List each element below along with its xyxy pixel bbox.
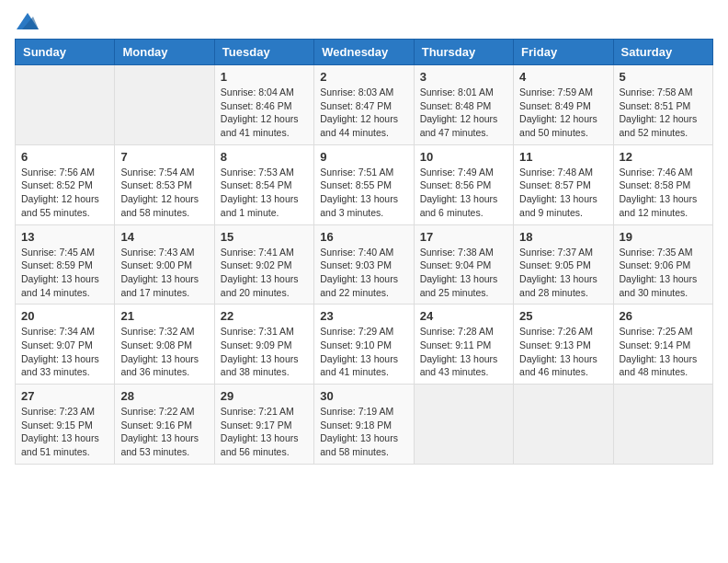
calendar-cell xyxy=(613,385,712,465)
day-info: Sunrise: 7:48 AMSunset: 8:57 PMDaylight:… xyxy=(519,166,607,220)
day-info: Sunrise: 7:49 AMSunset: 8:56 PMDaylight:… xyxy=(420,166,507,220)
day-number: 29 xyxy=(221,389,308,403)
calendar-cell: 22Sunrise: 7:31 AMSunset: 9:09 PMDayligh… xyxy=(214,304,313,385)
day-info: Sunrise: 7:28 AMSunset: 9:11 PMDaylight:… xyxy=(420,325,507,379)
calendar-cell: 5Sunrise: 7:58 AMSunset: 8:51 PMDaylight… xyxy=(613,65,712,145)
calendar-cell: 16Sunrise: 7:40 AMSunset: 9:03 PMDayligh… xyxy=(314,224,414,304)
calendar-cell: 18Sunrise: 7:37 AMSunset: 9:05 PMDayligh… xyxy=(514,224,613,304)
day-info: Sunrise: 7:46 AMSunset: 8:58 PMDaylight:… xyxy=(620,166,707,220)
calendar-cell: 7Sunrise: 7:54 AMSunset: 8:53 PMDaylight… xyxy=(115,144,214,224)
calendar-cell: 12Sunrise: 7:46 AMSunset: 8:58 PMDayligh… xyxy=(613,144,712,224)
day-info: Sunrise: 7:37 AMSunset: 9:05 PMDaylight:… xyxy=(519,246,607,300)
day-number: 4 xyxy=(519,70,607,84)
day-info: Sunrise: 7:51 AMSunset: 8:55 PMDaylight:… xyxy=(320,166,407,220)
day-info: Sunrise: 7:45 AMSunset: 8:59 PMDaylight:… xyxy=(21,246,108,300)
calendar-cell xyxy=(414,385,513,465)
day-number: 22 xyxy=(221,309,308,323)
day-number: 7 xyxy=(120,150,208,164)
calendar-cell: 11Sunrise: 7:48 AMSunset: 8:57 PMDayligh… xyxy=(514,144,613,224)
day-number: 1 xyxy=(221,70,308,84)
calendar-cell: 14Sunrise: 7:43 AMSunset: 9:00 PMDayligh… xyxy=(115,224,214,304)
calendar-cell: 28Sunrise: 7:22 AMSunset: 9:16 PMDayligh… xyxy=(115,385,214,465)
day-number: 3 xyxy=(420,70,507,84)
day-info: Sunrise: 7:26 AMSunset: 9:13 PMDaylight:… xyxy=(519,325,607,379)
day-number: 19 xyxy=(620,230,707,244)
calendar-cell: 23Sunrise: 7:29 AMSunset: 9:10 PMDayligh… xyxy=(314,304,414,385)
weekday-header-row: SundayMondayTuesdayWednesdayThursdayFrid… xyxy=(16,40,713,65)
day-info: Sunrise: 7:35 AMSunset: 9:06 PMDaylight:… xyxy=(620,246,707,300)
day-number: 5 xyxy=(620,70,707,84)
day-number: 26 xyxy=(620,309,707,323)
day-info: Sunrise: 7:40 AMSunset: 9:03 PMDaylight:… xyxy=(320,246,407,300)
day-number: 23 xyxy=(320,309,407,323)
weekday-header: Wednesday xyxy=(314,40,414,65)
calendar-cell xyxy=(115,65,214,145)
calendar-cell: 13Sunrise: 7:45 AMSunset: 8:59 PMDayligh… xyxy=(16,224,115,304)
day-number: 20 xyxy=(21,309,108,323)
calendar-cell: 10Sunrise: 7:49 AMSunset: 8:56 PMDayligh… xyxy=(414,144,513,224)
day-number: 16 xyxy=(320,230,407,244)
day-number: 24 xyxy=(420,309,507,323)
day-number: 28 xyxy=(120,389,208,403)
weekday-header: Monday xyxy=(115,40,214,65)
calendar-cell xyxy=(514,385,613,465)
calendar-cell: 30Sunrise: 7:19 AMSunset: 9:18 PMDayligh… xyxy=(314,385,414,465)
calendar-cell: 25Sunrise: 7:26 AMSunset: 9:13 PMDayligh… xyxy=(514,304,613,385)
day-info: Sunrise: 7:19 AMSunset: 9:18 PMDaylight:… xyxy=(320,405,407,459)
calendar-cell: 19Sunrise: 7:35 AMSunset: 9:06 PMDayligh… xyxy=(613,224,712,304)
calendar-body: 1Sunrise: 8:04 AMSunset: 8:46 PMDaylight… xyxy=(16,65,713,465)
calendar-week-row: 20Sunrise: 7:34 AMSunset: 9:07 PMDayligh… xyxy=(16,304,713,385)
calendar-cell: 26Sunrise: 7:25 AMSunset: 9:14 PMDayligh… xyxy=(613,304,712,385)
calendar-cell: 6Sunrise: 7:56 AMSunset: 8:52 PMDaylight… xyxy=(16,144,115,224)
calendar-cell: 21Sunrise: 7:32 AMSunset: 9:08 PMDayligh… xyxy=(115,304,214,385)
calendar-week-row: 27Sunrise: 7:23 AMSunset: 9:15 PMDayligh… xyxy=(16,385,713,465)
day-info: Sunrise: 7:43 AMSunset: 9:00 PMDaylight:… xyxy=(120,246,208,300)
day-info: Sunrise: 7:32 AMSunset: 9:08 PMDaylight:… xyxy=(120,325,208,379)
calendar-week-row: 1Sunrise: 8:04 AMSunset: 8:46 PMDaylight… xyxy=(16,65,713,145)
day-info: Sunrise: 7:41 AMSunset: 9:02 PMDaylight:… xyxy=(221,246,308,300)
day-number: 27 xyxy=(21,389,108,403)
day-info: Sunrise: 7:59 AMSunset: 8:49 PMDaylight:… xyxy=(519,86,607,140)
day-info: Sunrise: 7:53 AMSunset: 8:54 PMDaylight:… xyxy=(221,166,308,220)
day-number: 17 xyxy=(420,230,507,244)
day-number: 30 xyxy=(320,389,407,403)
day-info: Sunrise: 8:03 AMSunset: 8:47 PMDaylight:… xyxy=(320,86,407,140)
calendar-cell: 17Sunrise: 7:38 AMSunset: 9:04 PMDayligh… xyxy=(414,224,513,304)
day-number: 21 xyxy=(120,309,208,323)
day-info: Sunrise: 7:23 AMSunset: 9:15 PMDaylight:… xyxy=(21,405,108,459)
day-number: 10 xyxy=(420,150,507,164)
day-info: Sunrise: 7:56 AMSunset: 8:52 PMDaylight:… xyxy=(21,166,108,220)
calendar-cell: 29Sunrise: 7:21 AMSunset: 9:17 PMDayligh… xyxy=(214,385,313,465)
day-number: 12 xyxy=(620,150,707,164)
calendar-cell: 4Sunrise: 7:59 AMSunset: 8:49 PMDaylight… xyxy=(514,65,613,145)
day-info: Sunrise: 7:29 AMSunset: 9:10 PMDaylight:… xyxy=(320,325,407,379)
day-number: 6 xyxy=(21,150,108,164)
weekday-header: Sunday xyxy=(16,40,115,65)
day-number: 15 xyxy=(221,230,308,244)
weekday-header: Friday xyxy=(514,40,613,65)
day-info: Sunrise: 7:38 AMSunset: 9:04 PMDaylight:… xyxy=(420,246,507,300)
calendar-week-row: 6Sunrise: 7:56 AMSunset: 8:52 PMDaylight… xyxy=(16,144,713,224)
day-number: 2 xyxy=(320,70,407,84)
day-info: Sunrise: 8:01 AMSunset: 8:48 PMDaylight:… xyxy=(420,86,507,140)
calendar-cell: 24Sunrise: 7:28 AMSunset: 9:11 PMDayligh… xyxy=(414,304,513,385)
day-number: 9 xyxy=(320,150,407,164)
calendar-cell: 27Sunrise: 7:23 AMSunset: 9:15 PMDayligh… xyxy=(16,385,115,465)
day-info: Sunrise: 7:31 AMSunset: 9:09 PMDaylight:… xyxy=(221,325,308,379)
day-number: 18 xyxy=(519,230,607,244)
calendar-cell: 15Sunrise: 7:41 AMSunset: 9:02 PMDayligh… xyxy=(214,224,313,304)
calendar-cell: 3Sunrise: 8:01 AMSunset: 8:48 PMDaylight… xyxy=(414,65,513,145)
weekday-header: Saturday xyxy=(613,40,712,65)
calendar-cell xyxy=(16,65,115,145)
day-number: 13 xyxy=(21,230,108,244)
weekday-header: Tuesday xyxy=(214,40,313,65)
day-info: Sunrise: 7:25 AMSunset: 9:14 PMDaylight:… xyxy=(620,325,707,379)
day-number: 14 xyxy=(120,230,208,244)
calendar-week-row: 13Sunrise: 7:45 AMSunset: 8:59 PMDayligh… xyxy=(16,224,713,304)
calendar-cell: 8Sunrise: 7:53 AMSunset: 8:54 PMDaylight… xyxy=(214,144,313,224)
day-info: Sunrise: 7:34 AMSunset: 9:07 PMDaylight:… xyxy=(21,325,108,379)
day-number: 8 xyxy=(221,150,308,164)
header xyxy=(15,15,713,31)
day-number: 25 xyxy=(519,309,607,323)
day-info: Sunrise: 7:22 AMSunset: 9:16 PMDaylight:… xyxy=(120,405,208,459)
